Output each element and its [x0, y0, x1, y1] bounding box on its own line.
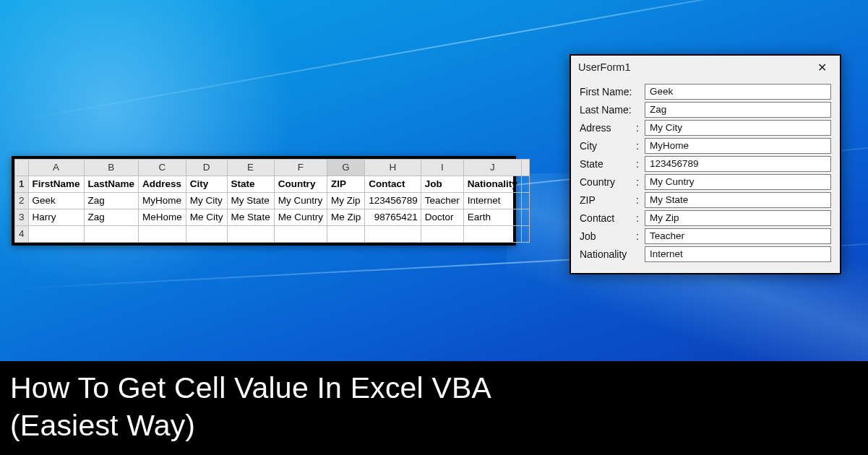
form-row: First Name:Geek — [580, 84, 831, 100]
form-label: First Name: — [580, 86, 645, 98]
cell[interactable]: Earth — [463, 209, 521, 226]
cell[interactable]: My Cuntry — [274, 193, 327, 209]
form-textbox[interactable]: Geek — [645, 84, 831, 100]
table-row: 3 Harry Zag MeHome Me City Me State Me C… — [15, 209, 530, 226]
cell[interactable] — [227, 226, 274, 243]
cell[interactable]: Doctor — [421, 209, 463, 226]
cell[interactable]: Country — [274, 176, 327, 193]
col-F[interactable]: F — [274, 160, 327, 176]
cell[interactable]: Me State — [227, 209, 274, 226]
rowhdr-2[interactable]: 2 — [15, 193, 29, 209]
cell[interactable]: Zag — [84, 209, 139, 226]
userform-titlebar[interactable]: UserForm1 ✕ — [571, 56, 840, 79]
cell[interactable]: My State — [227, 193, 274, 209]
colon: : — [633, 158, 639, 170]
cell[interactable]: Teacher — [421, 193, 463, 209]
cell[interactable] — [521, 209, 529, 226]
col-A[interactable]: A — [28, 160, 84, 176]
cell[interactable] — [84, 226, 139, 243]
col-D[interactable]: D — [186, 160, 227, 176]
cell[interactable]: 123456789 — [365, 193, 421, 209]
cell[interactable]: Me City — [186, 209, 227, 226]
form-textbox[interactable]: Zag — [645, 102, 831, 118]
form-textbox[interactable]: My Zip — [645, 210, 831, 226]
userform-window[interactable]: UserForm1 ✕ First Name:GeekLast Name:Zag… — [570, 54, 841, 274]
headline-line2: (Easiest Way) — [10, 407, 858, 444]
cell[interactable]: Harry — [28, 209, 84, 226]
cell[interactable]: Nationality — [463, 176, 521, 193]
select-all-corner[interactable] — [15, 160, 29, 176]
cell[interactable]: FirstName — [28, 176, 84, 193]
cell[interactable] — [521, 226, 529, 243]
col-I[interactable]: I — [421, 160, 463, 176]
cell[interactable]: MeHome — [139, 209, 186, 226]
col-J[interactable]: J — [463, 160, 521, 176]
form-row: ZIP:My State — [580, 192, 831, 208]
excel-sheet-panel: A B C D E F G H I J 1 FirstName LastName… — [12, 156, 516, 246]
form-textbox[interactable]: Internet — [645, 246, 831, 262]
col-E[interactable]: E — [227, 160, 274, 176]
cell[interactable]: 98765421 — [365, 209, 421, 226]
cell[interactable] — [521, 193, 529, 209]
col-B[interactable]: B — [84, 160, 139, 176]
cell[interactable] — [327, 226, 364, 243]
form-label: Country: — [580, 176, 645, 188]
form-textbox[interactable]: Teacher — [645, 228, 831, 244]
cell[interactable]: Me Zip — [327, 209, 364, 226]
cell[interactable] — [421, 226, 463, 243]
col-G[interactable]: G — [327, 160, 364, 176]
form-textbox[interactable]: 123456789 — [645, 156, 831, 172]
form-label: Last Name: — [580, 104, 645, 116]
form-label-text: Nationality — [580, 248, 627, 260]
form-label: City: — [580, 140, 645, 152]
cell[interactable] — [274, 226, 327, 243]
form-label: Job: — [580, 230, 645, 242]
form-label-text: ZIP — [580, 194, 596, 206]
rowhdr-1[interactable]: 1 — [15, 176, 29, 193]
col-tail — [521, 160, 529, 176]
cell[interactable]: My City — [186, 193, 227, 209]
cell[interactable]: MyHome — [139, 193, 186, 209]
form-textbox[interactable]: My City — [645, 120, 831, 136]
form-textbox[interactable]: MyHome — [645, 138, 831, 154]
cell[interactable]: City — [186, 176, 227, 193]
rowhdr-3[interactable]: 3 — [15, 209, 29, 226]
cell[interactable]: LastName — [84, 176, 139, 193]
colon: : — [633, 176, 639, 188]
form-label: ZIP: — [580, 194, 645, 206]
cell[interactable] — [139, 226, 186, 243]
colon: : — [633, 122, 639, 134]
col-H[interactable]: H — [365, 160, 421, 176]
cell[interactable]: Address — [139, 176, 186, 193]
form-row: State:123456789 — [580, 156, 831, 172]
cell[interactable] — [28, 226, 84, 243]
cell[interactable] — [186, 226, 227, 243]
form-row: NationalityInternet — [580, 246, 831, 262]
cell[interactable] — [521, 176, 529, 193]
cell[interactable]: Job — [421, 176, 463, 193]
excel-grid[interactable]: A B C D E F G H I J 1 FirstName LastName… — [14, 159, 530, 243]
colon: : — [633, 194, 639, 206]
form-label-text: First Name: — [580, 86, 632, 98]
cell[interactable]: Zag — [84, 193, 139, 209]
form-textbox[interactable]: My State — [645, 192, 831, 208]
cell[interactable]: Internet — [463, 193, 521, 209]
colon: : — [633, 230, 639, 242]
col-C[interactable]: C — [139, 160, 186, 176]
cell[interactable]: State — [227, 176, 274, 193]
cell[interactable]: Me Cuntry — [274, 209, 327, 226]
cell[interactable] — [365, 226, 421, 243]
cell[interactable] — [463, 226, 521, 243]
form-textbox[interactable]: My Cuntry — [645, 174, 831, 190]
form-label: Contact: — [580, 212, 645, 224]
rowhdr-4[interactable]: 4 — [15, 226, 29, 243]
cell[interactable]: ZIP — [327, 176, 364, 193]
userform-title: UserForm1 — [578, 61, 631, 73]
form-row: Job:Teacher — [580, 228, 831, 244]
cell[interactable]: My Zip — [327, 193, 364, 209]
table-header-row: 1 FirstName LastName Address City State … — [15, 176, 530, 193]
cell[interactable]: Contact — [365, 176, 421, 193]
cell[interactable]: Geek — [28, 193, 84, 209]
close-icon[interactable]: ✕ — [812, 59, 833, 76]
headline-line1: How To Get Cell Value In Excel VBA — [10, 369, 858, 407]
